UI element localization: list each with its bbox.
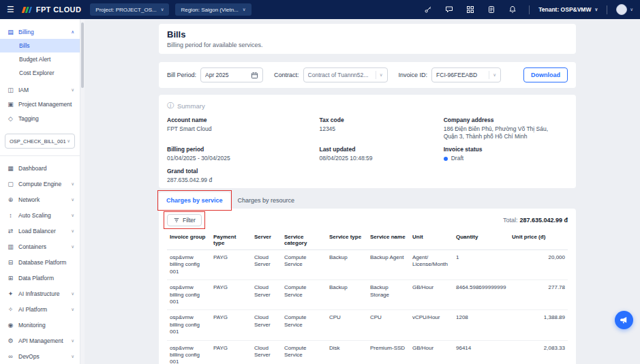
sidebar-item-monitoring[interactable]: ◉ Monitoring (0, 317, 80, 333)
summary-field-last-updated: Last updated 08/04/2025 10:48:59 (319, 146, 443, 162)
region-selector[interactable]: Region: Saigon (Vietn... ∨ (175, 3, 251, 16)
project-selector[interactable]: Project: PROJECT_OS... ∨ (90, 3, 169, 16)
filter-button[interactable]: Filter (167, 214, 202, 226)
cell-unit: Agent/ License/Month (410, 250, 453, 280)
chevron-down-icon: ∨ (161, 7, 164, 12)
user-menu[interactable]: ∨ (616, 4, 633, 15)
contract-label: Contract: (274, 72, 299, 78)
chevron-down-icon: ∨ (243, 7, 246, 12)
top-navbar: ☰ FPT CLOUD Project: PROJECT_OS... ∨ Reg… (0, 0, 640, 19)
cell-unit: GB/Hour (410, 280, 453, 310)
column-header: Service type (326, 230, 367, 250)
tab-charges-by-service[interactable]: Charges by service (159, 192, 230, 209)
tenant-label: Tenant: OSP&VMW (538, 6, 591, 13)
table-row: osp&vmw billing config 001 PAYG Cloud Se… (167, 250, 568, 280)
sidebar-item-containers[interactable]: ▥ Containers ∨ (0, 239, 80, 254)
sidebar-item-label: API Management (18, 337, 67, 344)
ai-infrastructure-icon: ✦ (7, 290, 14, 297)
contract-select[interactable]: Contract of Tuannn52... ∨ (303, 67, 388, 82)
fpt-logo-icon (20, 6, 33, 14)
download-button[interactable]: Download (523, 67, 568, 82)
apps-button[interactable] (463, 5, 478, 14)
project-filter-value: OSP_CHECK_BILL_001 (10, 138, 67, 145)
project-filter-select[interactable]: OSP_CHECK_BILL_001 ∨ (5, 134, 75, 149)
cell-service-category: Compute Service (281, 310, 326, 340)
summary-field-account-name: Account name FPT Smart Cloud (167, 117, 319, 140)
bill-period-value: Apr 2025 (205, 72, 247, 78)
sidebar-item-tagging[interactable]: ◇ Tagging (0, 111, 80, 125)
bill-period-input[interactable]: Apr 2025 (200, 67, 263, 82)
column-header: Payment type (211, 230, 252, 250)
chevron-down-icon: ∨ (71, 213, 74, 218)
sidebar-item-project-management[interactable]: ▣ Project Management (0, 97, 80, 111)
docs-button[interactable] (484, 5, 499, 14)
sidebar-item-label: Compute Engine (18, 181, 67, 187)
summary-title: Summary (177, 102, 205, 110)
navbar-divider (529, 5, 530, 14)
sidebar-item-iam[interactable]: ◫ IAM ∨ (0, 82, 80, 97)
cell-service-name: CPU (367, 310, 410, 340)
sidebar-item-label: Tagging (18, 115, 74, 122)
sidebar-item-devops[interactable]: ∞ DevOps ∨ (0, 348, 80, 364)
cell-unit-price: 20,000 (509, 250, 568, 280)
sidebar-item-label: Bills (19, 42, 74, 49)
sidebar-item-billing[interactable]: ▤ Billing ∧ (0, 25, 80, 39)
sidebar-item-dashboard[interactable]: ▦ Dashboard (0, 160, 80, 176)
monitoring-icon: ◉ (7, 322, 14, 329)
sidebar-item-budget-alert[interactable]: Budget Alert (0, 52, 80, 66)
cell-service-name: Backup Agent (367, 250, 410, 280)
chevron-down-icon: ∨ (71, 87, 74, 93)
sidebar-item-label: Dashboard (18, 165, 70, 172)
notifications-button[interactable] (505, 5, 520, 14)
cell-service-type: Backup (326, 280, 367, 310)
sidebar-item-label: Database Platform (18, 259, 70, 266)
sidebar-item-data-platform[interactable]: ⊞ Data Platform (0, 270, 80, 286)
cell-service-category: Compute Service (281, 280, 326, 310)
navbar-divider (607, 5, 607, 14)
scrollbar-thumb[interactable] (81, 22, 84, 88)
hamburger-menu-icon[interactable]: ☰ (7, 5, 14, 14)
sidebar-item-network[interactable]: ⊕ Network ∨ (0, 192, 80, 207)
logo-text: FPT CLOUD (36, 5, 82, 14)
chevron-down-icon: ∨ (71, 228, 74, 234)
summary-field-tax-code: Tax code 12345 (319, 117, 443, 140)
invoice-id-value: FCI-96FEEABD (436, 72, 485, 78)
chevron-up-icon: ∧ (71, 29, 74, 35)
tools-button[interactable] (421, 5, 436, 14)
tab-charges-by-resource[interactable]: Charges by resource (230, 192, 303, 209)
sidebar-item-database-platform[interactable]: ⊟ Database Platform (0, 254, 80, 270)
cell-unit-price: 1,388.89 (509, 310, 568, 340)
feedback-fab-button[interactable] (615, 311, 633, 329)
sidebar-item-compute-engine[interactable]: ▢ Compute Engine ∨ (0, 176, 80, 192)
summary-field-invoice-status: Invoice status Draft (444, 146, 568, 162)
chevron-down-icon: ∨ (71, 291, 74, 297)
chevron-down-icon: ∨ (594, 7, 598, 12)
cell-service-type: Disk (326, 340, 367, 364)
sidebar-item-ai-infrastructure[interactable]: ✦ AI Infrastructure ∨ (0, 286, 80, 301)
column-header: Unit price (đ) (509, 230, 568, 250)
sidebar-item-bills[interactable]: Bills (0, 39, 80, 52)
tenant-selector[interactable]: Tenant: OSP&VMW ∨ (538, 6, 598, 13)
cell-invoice-group: osp&vmw billing config 001 (167, 310, 211, 340)
chat-icon (445, 5, 453, 14)
sidebar-item-auto-scaling[interactable]: ↕ Auto Scaling ∨ (0, 207, 80, 223)
sidebar-item-label: Cost Explorer (19, 70, 74, 76)
filter-button-label: Filter (183, 217, 196, 224)
filter-bar-card: Bill Period: Apr 2025 Contract: Contract… (159, 62, 576, 88)
fpt-cloud-logo[interactable]: FPT CLOUD (20, 5, 82, 14)
sidebar-item-cost-explorer[interactable]: Cost Explorer (0, 66, 80, 80)
sidebar-item-label: Auto Scaling (18, 212, 67, 219)
column-header: Unit (410, 230, 453, 250)
invoice-id-select[interactable]: FCI-96FEEABD ∨ (431, 67, 501, 82)
charges-table-card: Filter Total:287.635.042.99 đ Invoice gr… (159, 209, 576, 364)
sidebar-item-load-balancer[interactable]: ⇄ Load Balancer ∨ (0, 223, 80, 239)
cell-unit: GB/Hour (410, 340, 453, 364)
cell-invoice-group: osp&vmw billing config 001 (167, 340, 211, 364)
cell-server: Cloud Server (252, 340, 281, 364)
chevron-down-icon: ∨ (493, 72, 496, 78)
database-platform-icon: ⊟ (7, 259, 14, 266)
cell-invoice-group: osp&vmw billing config 001 (167, 280, 211, 310)
sidebar-item-ai-platform[interactable]: ✧ AI Platform ∨ (0, 301, 80, 317)
feedback-button[interactable] (442, 5, 457, 14)
sidebar-item-api-management[interactable]: ⚙ API Management ∨ (0, 333, 80, 348)
